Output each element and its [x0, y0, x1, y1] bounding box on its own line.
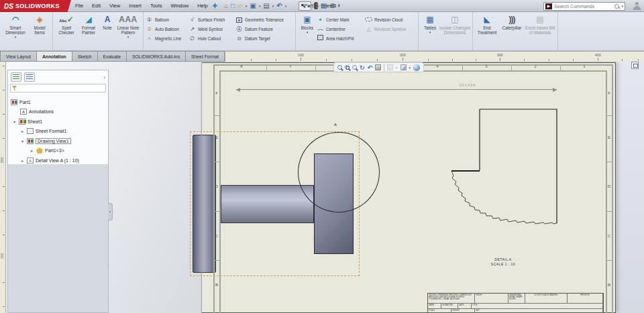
drawing-view1-selection-box[interactable] — [190, 131, 360, 276]
tree-filter-field[interactable] — [10, 84, 106, 92]
previous-view-icon[interactable]: ↶ — [368, 64, 373, 72]
blocks-dropdown-icon[interactable]: ▾ — [307, 30, 309, 34]
ribbon-group-dimensions: ◠ Smart Dimension ▾ ◈ Model Items — [0, 12, 53, 50]
caterpillar-button[interactable]: ))) Caterpillar — [499, 13, 525, 30]
hole-callout-icon: ∅ — [189, 36, 196, 42]
open-dropdown-icon[interactable]: ▾ — [246, 4, 248, 8]
magnetic-line-button[interactable]: ∩ Magnetic Line — [146, 35, 189, 42]
tab-annotation[interactable]: Annotation — [37, 51, 72, 62]
rotate-view-icon[interactable]: ↻ — [360, 64, 365, 72]
model-items-button[interactable]: ◈ Model Items — [29, 13, 50, 35]
display-style-icon[interactable] — [400, 64, 407, 70]
tab-solidworks-add-ins[interactable]: SOLIDWORKS Add-Ins — [127, 51, 186, 62]
home-icon[interactable]: ⌂ — [224, 2, 228, 10]
menu-edit[interactable]: Edit — [92, 3, 101, 9]
tables-button[interactable]: ▦ Tables ▾ — [421, 13, 439, 34]
display-pane-tab-icon[interactable] — [24, 72, 35, 82]
search-input[interactable] — [554, 4, 612, 9]
tree-item-drawing-view1[interactable]: ▾ Drawing View1 — [8, 136, 108, 146]
dimension-value[interactable]: 301434 — [437, 83, 498, 87]
tree-item-sheet1[interactable]: ▾ Sheet1 — [8, 117, 108, 127]
tree-item-sheet-format1[interactable]: ▸ Sheet Format1 — [8, 127, 108, 137]
new-document-icon[interactable]: □ — [231, 2, 235, 10]
auto-balloon-button[interactable]: ② Auto Balloon — [146, 25, 189, 33]
search-magnifier-icon[interactable] — [614, 4, 619, 9]
collapse-panel-icon[interactable] — [631, 62, 639, 69]
expand-closed-icon[interactable]: ▸ — [20, 129, 25, 133]
menu-help[interactable]: Help — [197, 3, 207, 9]
dimension-line[interactable] — [236, 89, 557, 90]
hole-callout-button[interactable]: ∅ Hole Callout — [189, 35, 235, 42]
title-block[interactable]: UNLESS OTHERWISE SPECIFIED: DIMENSIONS A… — [427, 293, 604, 313]
tab-sketch[interactable]: Sketch — [72, 51, 98, 62]
tab-sheet-format[interactable]: Sheet Format — [186, 51, 225, 62]
end-treatment-button[interactable]: ◣ End Treatment — [475, 13, 499, 35]
datum-target-button[interactable]: ⊙ Datum Target — [235, 35, 293, 42]
save-icon[interactable]: ▣ — [250, 2, 256, 10]
surface-finish-button[interactable]: √ Surface Finish — [189, 16, 235, 23]
save-dropdown-icon[interactable]: ▾ — [259, 4, 261, 8]
linear-note-pattern-button[interactable]: AAA Linear Note Pattern ▾ — [115, 13, 141, 39]
print-icon[interactable]: ▤ — [263, 2, 269, 10]
tree-item-part1[interactable]: Part1 — [8, 97, 108, 107]
linear-note-pattern-dropdown-icon[interactable]: ▾ — [127, 35, 129, 39]
centerline-button[interactable]: -·- Centerline — [317, 25, 365, 33]
caterpillar-icon: ))) — [509, 15, 515, 25]
geometric-tolerance-button[interactable]: ⊕ Geometric Tolerance — [235, 16, 293, 23]
revision-cloud-button[interactable]: Revision Cloud — [365, 16, 416, 23]
menu-bar: DS SOLIDWORKS File Edit View Insert Tool… — [0, 0, 644, 12]
expand-open-icon[interactable]: ▾ — [20, 139, 25, 143]
menu-view[interactable]: View — [109, 3, 120, 9]
datum-feature-button[interactable]: Ⓐ Datum Feature — [235, 25, 293, 33]
zoom-to-area-icon[interactable] — [345, 65, 350, 70]
balloon-button[interactable]: ① Balloon — [146, 16, 189, 23]
tables-dropdown-icon[interactable]: ▾ — [429, 30, 431, 34]
menu-window[interactable]: Window — [170, 3, 189, 9]
login-person-icon[interactable] — [633, 2, 641, 10]
area-hatch-button[interactable]: Area Hatch/Fill — [317, 35, 365, 42]
display-style-dropdown-icon[interactable]: ▾ — [409, 66, 411, 70]
weld-symbol-button[interactable]: ↗ Weld Symbol — [189, 25, 235, 33]
smart-dimension-button[interactable]: ◠ Smart Dimension ▾ — [2, 13, 29, 39]
zoom-in-out-icon[interactable] — [352, 65, 357, 70]
smart-dimension-dropdown-icon[interactable]: ▾ — [15, 35, 17, 39]
center-mark-icon: + — [317, 17, 324, 23]
center-mark-button[interactable]: + Center Mark — [317, 16, 365, 23]
graphics-area[interactable]: A 301434 DETAIL A SCALE 1 : 10 UNLESS OT… — [0, 62, 644, 313]
spell-checker-button[interactable]: Abc✓ Spell Checker — [55, 13, 78, 35]
tree-item-annotations[interactable]: A Annotations — [8, 107, 108, 117]
menu-file[interactable]: File — [75, 3, 83, 9]
surface-finish-icon: √ — [189, 17, 196, 23]
edit-appearance-icon[interactable] — [413, 64, 420, 71]
panel-splitter-handle[interactable] — [108, 203, 113, 221]
print-dropdown-icon[interactable]: ▾ — [272, 4, 274, 8]
detail-view-a[interactable] — [429, 101, 564, 231]
tree-item-part1-3[interactable]: ▸ Part1<3> — [8, 146, 108, 156]
expand-closed-icon[interactable]: ▸ — [20, 158, 25, 163]
heads-up-view-toolbar: ↻ ↶ ▾ ▾ — [333, 62, 424, 72]
undo-dropdown-icon[interactable]: ▾ — [285, 4, 287, 8]
search-commands-box[interactable]: ▶ ▾ — [543, 2, 625, 11]
tab-evaluate[interactable]: Evaluate — [98, 51, 127, 62]
solidworks-search-icon: ▶ — [545, 3, 552, 9]
auto-balloon-icon: ② — [146, 26, 153, 33]
panel-expand-chevron-icon[interactable]: › — [104, 75, 105, 80]
tab-view-layout[interactable]: View Layout — [0, 51, 37, 62]
zone-top-8: 8 — [237, 64, 246, 68]
search-dropdown-icon[interactable]: ▾ — [621, 4, 623, 8]
zoom-to-fit-icon[interactable] — [337, 65, 342, 70]
open-icon[interactable]: ▱ — [237, 2, 243, 10]
feature-tree-tab-icon[interactable] — [11, 72, 21, 82]
format-painter-button[interactable]: ◢ Format Painter — [78, 13, 99, 35]
expand-closed-icon[interactable]: ▸ — [30, 148, 34, 153]
blocks-button[interactable]: ▣ Blocks ▾ — [298, 13, 317, 34]
pin-menu-icon[interactable] — [212, 3, 218, 9]
menu-insert[interactable]: Insert — [129, 3, 142, 9]
undo-icon[interactable]: ↶ — [276, 2, 282, 10]
menu-tools[interactable]: Tools — [150, 3, 162, 9]
blocks-icon: ▣ — [303, 15, 311, 25]
expand-open-icon[interactable]: ▾ — [12, 119, 17, 124]
tree-item-detail-view-a[interactable]: ▸ A Detail View A (1 : 10) — [8, 155, 108, 166]
apply-scene-icon[interactable] — [375, 64, 381, 70]
note-button[interactable]: A Note — [99, 13, 115, 30]
